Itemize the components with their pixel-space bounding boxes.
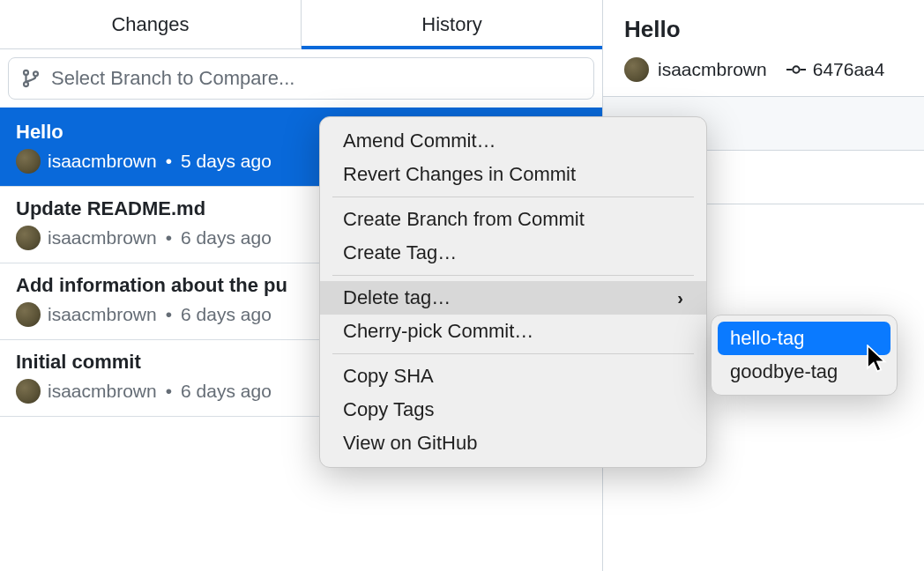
menu-separator [332, 275, 694, 276]
meta-separator [164, 151, 174, 172]
submenu-item-goodbye-tag[interactable]: goodbye-tag [718, 355, 890, 389]
menu-amend-commit[interactable]: Amend Commit… [320, 124, 706, 158]
avatar [16, 379, 41, 404]
meta-separator [164, 381, 174, 402]
commit-icon [786, 60, 806, 79]
menu-copy-sha[interactable]: Copy SHA [320, 360, 706, 393]
menu-label: Cherry-pick Commit… [343, 320, 533, 343]
submenu-label: hello-tag [730, 327, 804, 349]
commit-time: 6 days ago [181, 381, 272, 402]
commit-time: 6 days ago [181, 227, 272, 248]
menu-label: Revert Changes in Commit [343, 163, 576, 186]
menu-separator [332, 197, 694, 197]
menu-revert-changes[interactable]: Revert Changes in Commit [320, 158, 706, 191]
delete-tag-submenu: hello-tag goodbye-tag [711, 315, 898, 396]
svg-point-3 [793, 66, 799, 72]
commit-time: 6 days ago [181, 304, 272, 325]
menu-separator [332, 353, 694, 354]
svg-point-0 [24, 70, 28, 75]
svg-point-2 [34, 71, 38, 76]
svg-point-1 [24, 82, 28, 86]
branch-selector-placeholder: Select Branch to Compare... [51, 67, 294, 90]
menu-create-branch[interactable]: Create Branch from Commit [320, 203, 706, 236]
menu-view-github[interactable]: View on GitHub [320, 426, 706, 460]
meta-separator [164, 227, 174, 248]
commit-author: isaacmbrown [48, 227, 157, 248]
menu-label: Copy SHA [343, 365, 434, 388]
commit-author: isaacmbrown [48, 304, 157, 325]
avatar [16, 302, 41, 327]
menu-delete-tag[interactable]: Delete tag… › [320, 281, 706, 315]
tab-history[interactable]: History [302, 0, 602, 48]
commit-context-menu: Amend Commit… Revert Changes in Commit C… [319, 116, 707, 468]
commit-author: isaacmbrown [48, 381, 157, 402]
menu-label: Copy Tags [343, 398, 435, 421]
commit-time: 5 days ago [181, 151, 272, 172]
tab-changes-label: Changes [111, 13, 189, 36]
avatar [16, 226, 41, 250]
tab-changes[interactable]: Changes [0, 0, 302, 48]
menu-label: View on GitHub [343, 432, 477, 455]
tabs: Changes History [0, 0, 602, 49]
menu-label: Amend Commit… [343, 130, 496, 152]
branch-compare-selector[interactable]: Select Branch to Compare... [8, 57, 594, 100]
menu-create-tag[interactable]: Create Tag… [320, 236, 706, 270]
git-branch-icon [21, 69, 41, 88]
menu-label: Delete tag… [343, 286, 451, 309]
meta-separator [164, 304, 174, 325]
menu-cherry-pick[interactable]: Cherry-pick Commit… [320, 315, 706, 348]
menu-label: Create Branch from Commit [343, 208, 585, 231]
tab-history-label: History [421, 13, 481, 36]
detail-title: Hello [624, 16, 903, 43]
detail-author: isaacmbrown [658, 59, 767, 80]
menu-label: Create Tag… [343, 241, 457, 264]
commit-author: isaacmbrown [48, 151, 157, 172]
avatar [16, 149, 41, 174]
avatar [624, 57, 649, 82]
submenu-label: goodbye-tag [730, 360, 838, 382]
submenu-item-hello-tag[interactable]: hello-tag [718, 322, 890, 355]
commit-detail-header: Hello isaacmbrown 6476aa4 [603, 0, 924, 96]
detail-sha: 6476aa4 [813, 59, 885, 80]
chevron-right-icon: › [677, 288, 683, 308]
menu-copy-tags[interactable]: Copy Tags [320, 393, 706, 426]
